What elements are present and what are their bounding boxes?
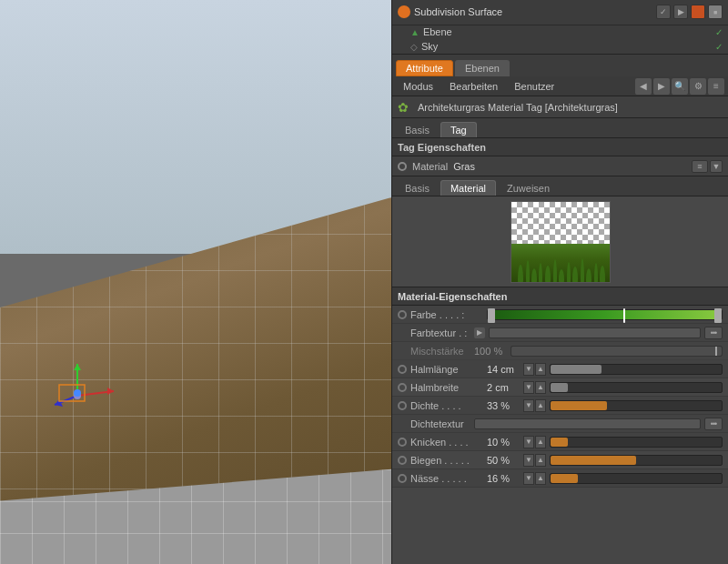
ebene-label: Ebene [423, 26, 452, 37]
dichtetextur-dots[interactable]: ••• [704, 418, 723, 430]
naesse-value: 16 % [487, 473, 520, 484]
naesse-radio[interactable] [398, 474, 407, 483]
mischstarke-label: Mischstärke [398, 346, 470, 357]
material-icon-btn2[interactable]: ▼ [710, 160, 723, 173]
knicken-slider[interactable] [550, 437, 723, 448]
object-hierarchy: Subdivision Surface ✓ ▶ ■ ▲ Ebene ✓ ◇ Sk… [392, 0, 728, 55]
subtab-basis[interactable]: Basis [396, 123, 439, 137]
material-row: Material Gras ≡ ▼ [392, 156, 728, 176]
material-controls: ≡ ▼ [692, 160, 723, 173]
mat-props-header: Material-Eigenschaften [392, 287, 728, 306]
sky-controls: ✓ [715, 42, 723, 52]
dichte-up[interactable]: ▲ [535, 399, 546, 412]
toolbar-arrow-right[interactable]: ▶ [653, 78, 670, 95]
halmlaenge-radio[interactable] [398, 365, 407, 374]
tab-attribute[interactable]: Attribute [396, 60, 453, 76]
svg-point-17 [572, 267, 578, 282]
farbe-slider[interactable] [487, 309, 723, 320]
subtab-tag[interactable]: Tag [440, 122, 477, 137]
naesse-up[interactable]: ▲ [535, 472, 546, 485]
biegen-down[interactable]: ▼ [523, 454, 534, 467]
mattab-zuweisen[interactable]: Zuweisen [498, 181, 559, 196]
farbe-radio[interactable] [398, 310, 407, 319]
dichtetextur-bar[interactable] [474, 418, 701, 429]
halmbreite-slider-wrap [550, 382, 723, 393]
biegen-stepper: ▼ ▲ [523, 454, 546, 467]
farbtextur-dots[interactable]: ••• [704, 327, 723, 339]
toolbar-right: ◀ ▶ 🔍 ⚙ ≡ [635, 78, 724, 95]
material-value: Gras [453, 161, 475, 172]
halmlaenge-up[interactable]: ▲ [535, 363, 546, 376]
prop-row-naesse: Nässe . . . . . 16 % ▼ ▲ [392, 469, 728, 488]
farbtextur-label: Farbtextur . : [398, 327, 470, 338]
naesse-down[interactable]: ▼ [523, 472, 534, 485]
halmbreite-slider[interactable] [550, 382, 723, 393]
top-right-controls: ✓ ▶ ■ [656, 5, 723, 19]
mattab-material[interactable]: Material [440, 180, 496, 196]
color-button2[interactable]: ■ [708, 5, 723, 19]
halmbreite-up[interactable]: ▲ [535, 381, 546, 394]
tab-ebenen[interactable]: Ebenen [455, 60, 510, 76]
main-tabs: Attribute Ebenen [392, 55, 728, 76]
farbe-slider-wrap [487, 309, 723, 320]
cone-icon: ▲ [410, 27, 420, 37]
biegen-radio[interactable] [398, 456, 407, 465]
dichte-radio[interactable] [398, 401, 407, 410]
material-radio[interactable] [398, 162, 407, 171]
halmlaenge-value: 14 cm [487, 364, 520, 375]
material-icon-btn1[interactable]: ≡ [692, 160, 708, 173]
halmlaenge-slider[interactable] [550, 364, 723, 375]
biegen-label: Biegen . . . . . [410, 455, 483, 466]
hierarchy-row1: Subdivision Surface ✓ ▶ ■ [392, 0, 728, 25]
biegen-slider-wrap [550, 455, 723, 466]
svg-point-13 [545, 266, 551, 282]
transform-gizmo[interactable] [50, 359, 123, 414]
naesse-slider[interactable] [550, 473, 723, 484]
svg-point-21 [600, 266, 605, 282]
knicken-radio[interactable] [398, 438, 407, 447]
toolbar-settings[interactable]: ⚙ [690, 78, 706, 95]
toolbar-benutzer[interactable]: Benutzer [507, 80, 561, 93]
svg-point-15 [559, 269, 564, 282]
mischstarke-fill [511, 347, 722, 356]
halmbreite-stepper: ▼ ▲ [523, 381, 546, 394]
prop-row-halmlaenge: Halmlänge 14 cm ▼ ▲ [392, 360, 728, 378]
farbtextur-bar[interactable] [489, 327, 701, 338]
halmbreite-down[interactable]: ▼ [523, 381, 534, 394]
toolbar-more[interactable]: ≡ [708, 78, 724, 95]
grass-icon: ✿ [398, 100, 412, 115]
halmbreite-radio[interactable] [398, 383, 407, 392]
biegen-up[interactable]: ▲ [535, 454, 546, 467]
toolbar-modus[interactable]: Modus [396, 80, 440, 93]
mattab-basis[interactable]: Basis [396, 181, 439, 196]
farbe-right-handle[interactable] [714, 308, 722, 323]
hierarchy-row3: ◇ Sky ✓ [392, 39, 728, 54]
biegen-slider[interactable] [550, 455, 723, 466]
knicken-value: 10 % [487, 437, 520, 448]
arrow-button[interactable]: ▶ [673, 5, 688, 19]
prop-row-knicken: Knicken . . . . 10 % ▼ ▲ [392, 433, 728, 451]
svg-point-19 [586, 268, 592, 282]
tag-eigenschaften-header: Tag Eigenschaften [392, 138, 728, 156]
dichte-down[interactable]: ▼ [523, 399, 534, 412]
mischstarke-value: 100 % [474, 346, 507, 357]
svg-point-10 [526, 260, 530, 282]
grass-thumbnail [511, 201, 611, 283]
knicken-label: Knicken . . . . [410, 437, 483, 448]
checkmark-button[interactable]: ✓ [656, 5, 671, 19]
knicken-down[interactable]: ▼ [523, 436, 534, 448]
dichte-slider[interactable] [550, 400, 723, 411]
naesse-slider-wrap [550, 473, 723, 484]
toolbar-bearbeiten[interactable]: Bearbeiten [442, 80, 505, 93]
biegen-fill [551, 456, 636, 465]
color-button1[interactable] [691, 5, 705, 19]
toolbar-arrow-left[interactable]: ◀ [635, 78, 652, 95]
farbtextur-arrow[interactable]: ▶ [474, 327, 485, 338]
halmlaenge-down[interactable]: ▼ [523, 363, 534, 376]
toolbar-search[interactable]: 🔍 [672, 78, 688, 95]
halmlaenge-fill [551, 365, 602, 374]
grass-preview-area [392, 196, 728, 287]
mischstarke-slider[interactable] [511, 346, 723, 357]
knicken-up[interactable]: ▲ [535, 436, 546, 448]
farbe-left-handle[interactable] [488, 308, 495, 323]
